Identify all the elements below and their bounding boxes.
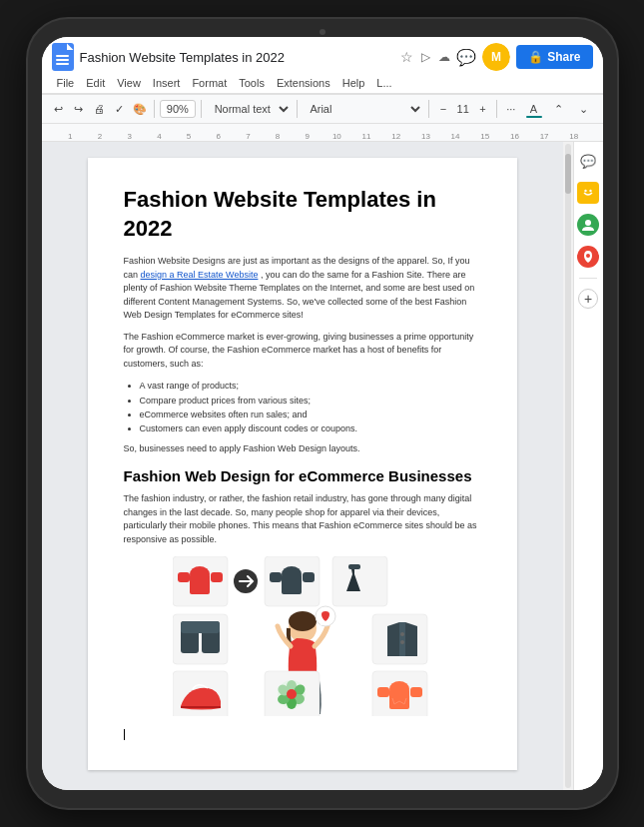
gdocs-header: Fashion Website Templates in 2022 ☆ ▷ ☁ … bbox=[42, 37, 603, 94]
svg-rect-11 bbox=[270, 572, 282, 582]
ruler-mark: 1 bbox=[56, 132, 86, 141]
comment-panel-icon[interactable]: 💬 bbox=[577, 150, 599, 172]
font-size-decrease[interactable]: − bbox=[434, 98, 452, 120]
gdocs-logo-icon bbox=[52, 43, 74, 71]
scrollbar-thumb[interactable] bbox=[565, 154, 571, 194]
ruler-mark: 13 bbox=[411, 132, 441, 141]
toolbar-divider-4 bbox=[428, 100, 429, 118]
text-color-button[interactable]: A bbox=[523, 98, 545, 120]
menu-format[interactable]: Format bbox=[187, 75, 232, 91]
right-panel: 💬 bbox=[573, 142, 603, 790]
ruler-mark: 4 bbox=[145, 132, 175, 141]
ruler-mark: 9 bbox=[293, 132, 322, 141]
document-title: Fashion Website Templates in 2022 bbox=[80, 50, 395, 65]
svg-point-29 bbox=[400, 640, 404, 644]
menu-tools[interactable]: Tools bbox=[234, 75, 270, 91]
toolbar-divider-3 bbox=[297, 100, 298, 118]
document-page: Fashion Website Templates in 2022 Fashio… bbox=[88, 158, 517, 770]
svg-rect-5 bbox=[178, 572, 190, 582]
scrollbar-track[interactable] bbox=[565, 144, 571, 788]
svg-rect-14 bbox=[348, 564, 360, 569]
svg-rect-45 bbox=[581, 186, 595, 200]
svg-point-47 bbox=[589, 190, 591, 192]
style-selector[interactable]: Normal text Heading 1 Heading 2 bbox=[207, 100, 292, 118]
font-selector[interactable]: Arial Times New Roman bbox=[302, 100, 423, 118]
title-bar: Fashion Website Templates in 2022 ☆ ▷ ☁ … bbox=[42, 37, 603, 73]
menu-more[interactable]: L... bbox=[371, 75, 396, 91]
share-button[interactable]: 🔒 Share bbox=[516, 45, 592, 69]
font-size-display: 11 bbox=[455, 103, 471, 115]
title-icons: ☆ ▷ ☁ bbox=[400, 49, 450, 65]
ruler-mark: 12 bbox=[381, 132, 411, 141]
ruler-mark: 7 bbox=[234, 132, 264, 141]
ruler-mark: 5 bbox=[174, 132, 204, 141]
scrollbar[interactable] bbox=[563, 142, 573, 790]
toolbar-divider-2 bbox=[201, 100, 202, 118]
content-area[interactable]: Fashion Website Templates in 2022 Fashio… bbox=[42, 142, 563, 790]
list-item: Compare product prices from various site… bbox=[140, 394, 481, 408]
present-icon[interactable]: ▷ bbox=[421, 50, 430, 64]
emoji-panel-icon[interactable] bbox=[577, 182, 599, 204]
svg-rect-6 bbox=[211, 572, 223, 582]
ruler-mark: 14 bbox=[440, 132, 470, 141]
list-item: A vast range of products; bbox=[140, 379, 481, 393]
text-cursor-area bbox=[124, 724, 481, 742]
menu-extensions[interactable]: Extensions bbox=[272, 75, 335, 91]
real-estate-link[interactable]: design a Real Estate Website bbox=[141, 270, 259, 280]
menu-bar: File Edit View Insert Format Tools Exten… bbox=[42, 73, 603, 93]
print-button[interactable]: 🖨 bbox=[91, 98, 109, 120]
add-panel-button[interactable]: + bbox=[578, 289, 598, 309]
zoom-selector[interactable]: 90% bbox=[160, 100, 196, 118]
doc-para2: The Fashion eCommerce market is ever-gro… bbox=[124, 331, 481, 372]
svg-point-16 bbox=[289, 611, 317, 631]
menu-file[interactable]: File bbox=[52, 75, 80, 91]
font-size-increase[interactable]: + bbox=[474, 98, 492, 120]
spellcheck-button[interactable]: ✓ bbox=[111, 98, 129, 120]
toolbar-collapse-button[interactable]: ⌄ bbox=[573, 98, 595, 120]
ruler-mark: 11 bbox=[351, 132, 381, 141]
ruler-mark: 15 bbox=[470, 132, 500, 141]
ruler-mark: 6 bbox=[204, 132, 234, 141]
svg-rect-25 bbox=[181, 621, 220, 633]
ruler-mark: 2 bbox=[85, 132, 115, 141]
comment-icon[interactable]: 💬 bbox=[456, 48, 476, 67]
doc-subtitle: Fashion Web Design for eCommerce Busines… bbox=[124, 467, 481, 484]
ruler-mark: 18 bbox=[559, 132, 589, 141]
meet-avatar[interactable]: M bbox=[482, 43, 510, 71]
doc-para3: So, businesses need to apply Fashion Web… bbox=[124, 442, 481, 456]
svg-rect-27 bbox=[399, 622, 405, 656]
svg-point-39 bbox=[287, 689, 297, 699]
redo-button[interactable]: ↪ bbox=[70, 98, 88, 120]
menu-help[interactable]: Help bbox=[337, 75, 370, 91]
svg-point-49 bbox=[586, 254, 590, 258]
svg-rect-44 bbox=[410, 687, 422, 697]
list-item: Customers can even apply discount codes … bbox=[140, 421, 481, 435]
menu-edit[interactable]: Edit bbox=[81, 75, 110, 91]
star-icon[interactable]: ☆ bbox=[400, 49, 413, 65]
svg-text:M: M bbox=[491, 50, 501, 64]
cloud-icon[interactable]: ☁ bbox=[438, 50, 450, 64]
svg-point-48 bbox=[585, 220, 591, 226]
svg-rect-43 bbox=[377, 687, 389, 697]
maps-panel-icon[interactable] bbox=[577, 246, 599, 268]
more-toolbar-button[interactable]: ··· bbox=[502, 98, 520, 120]
ruler-mark: 3 bbox=[115, 132, 145, 141]
list-item: eCommerce websites often run sales; and bbox=[140, 408, 481, 421]
toolbar-divider-5 bbox=[496, 100, 497, 118]
paint-button[interactable]: 🎨 bbox=[132, 98, 150, 120]
fashion-svg bbox=[173, 556, 432, 716]
ruler-mark: 17 bbox=[529, 132, 559, 141]
tablet-frame: Fashion Website Templates in 2022 ☆ ▷ ☁ … bbox=[28, 19, 617, 808]
menu-view[interactable]: View bbox=[112, 75, 146, 91]
svg-rect-12 bbox=[303, 572, 315, 582]
ruler-mark: 10 bbox=[322, 132, 352, 141]
svg-point-28 bbox=[400, 632, 404, 636]
doc-para1: Fashion Website Designs are just as impo… bbox=[124, 255, 481, 323]
undo-button[interactable]: ↩ bbox=[50, 98, 68, 120]
svg-rect-13 bbox=[332, 556, 387, 606]
toolbar-expand-button[interactable]: ⌃ bbox=[548, 98, 570, 120]
doc-para4: The fashion industry, or rather, the fas… bbox=[124, 492, 481, 546]
menu-insert[interactable]: Insert bbox=[148, 75, 186, 91]
user-panel-icon[interactable] bbox=[577, 214, 599, 236]
tablet-screen: Fashion Website Templates in 2022 ☆ ▷ ☁ … bbox=[42, 37, 603, 790]
